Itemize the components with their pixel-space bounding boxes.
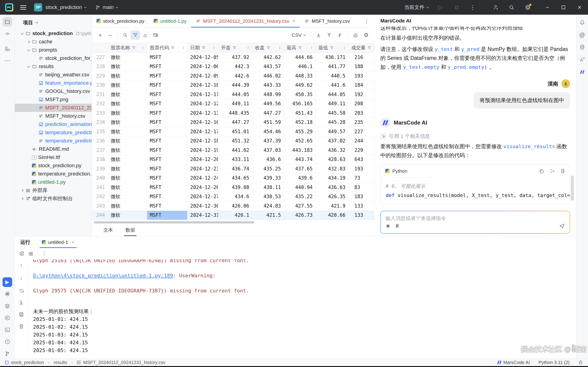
table-cell[interactable]: 436.6 bbox=[252, 155, 284, 164]
table-cell[interactable]: 436.32 bbox=[316, 146, 348, 155]
notifications-bell-icon[interactable] bbox=[578, 18, 587, 27]
table-cell[interactable]: MSFT bbox=[147, 136, 187, 146]
search-icon[interactable] bbox=[508, 3, 516, 11]
table-cell[interactable]: 436.171 bbox=[316, 53, 348, 62]
minimize-icon[interactable]: − bbox=[546, 4, 549, 11]
table-row[interactable]: 242微软MSFT2024-12-27434.6430.53435.22426.… bbox=[92, 192, 374, 202]
structure-icon[interactable] bbox=[2, 44, 12, 53]
chart-view-icon[interactable] bbox=[141, 31, 150, 40]
table-row[interactable]: 234微软MSFT2024-12-16447.27451.59452.18445… bbox=[92, 118, 374, 127]
tree-item[interactable]: MSFT_20240112_2024 bbox=[15, 104, 92, 112]
table-row[interactable]: 236微软MSFT2024-12-18451.32437.39452.65437… bbox=[92, 136, 374, 146]
sort-icon[interactable]: ↕ bbox=[247, 45, 250, 50]
table-cell[interactable]: 448.33 bbox=[284, 71, 316, 81]
table-cell[interactable]: 434.19 bbox=[316, 174, 348, 183]
table-cell[interactable]: 2024-12-17 bbox=[187, 127, 218, 136]
table-cell[interactable]: 444.39 bbox=[218, 81, 252, 90]
table-cell[interactable]: 微软 bbox=[108, 201, 147, 211]
sort-icon[interactable]: ↕ bbox=[213, 45, 216, 50]
column-header[interactable]: 最低↕ bbox=[316, 43, 348, 52]
horizontal-scrollbar[interactable] bbox=[94, 221, 254, 223]
tree-item[interactable]: 外部库 bbox=[15, 186, 92, 194]
table-row[interactable]: 232微软MSFT2024-12-12449.11449.56456.16544… bbox=[92, 99, 374, 109]
close-icon[interactable]: × bbox=[292, 18, 295, 24]
tree-chevron-icon[interactable] bbox=[27, 48, 30, 51]
column-header[interactable]: 开盘↕ bbox=[218, 43, 252, 52]
tree-item[interactable]: stock_predictionD:\python\4 bbox=[15, 29, 92, 38]
settings-icon[interactable]: ⚙ bbox=[524, 3, 532, 11]
tree-chevron-icon[interactable] bbox=[27, 40, 30, 43]
view-tab[interactable]: 数据 bbox=[124, 224, 136, 236]
problems-icon[interactable] bbox=[2, 337, 12, 347]
run-icon[interactable]: ▷ bbox=[436, 3, 445, 11]
table-cell[interactable]: 443.74 bbox=[284, 155, 316, 164]
table-cell[interactable]: 443.183 bbox=[284, 146, 316, 155]
table-cell[interactable]: 2024-12-31 bbox=[187, 211, 218, 220]
endpoints-chart-icon[interactable] bbox=[578, 55, 587, 64]
tree-chevron-icon[interactable] bbox=[21, 189, 24, 192]
table-cell[interactable]: 451.43 bbox=[284, 108, 316, 118]
table-cell[interactable]: 455.29 bbox=[284, 127, 316, 136]
branch-selector[interactable]: main bbox=[95, 3, 118, 11]
table-cell[interactable]: 436.63 bbox=[316, 183, 348, 192]
table-cell[interactable]: 242 bbox=[92, 192, 108, 201]
unlock-icon[interactable] bbox=[578, 360, 583, 365]
quick-command-icon[interactable]: ∗ bbox=[385, 222, 391, 230]
column-header[interactable]: 股票代码↕ bbox=[147, 43, 187, 52]
table-cell[interactable]: 2024-12-12 bbox=[187, 99, 218, 108]
menu-icon[interactable] bbox=[20, 5, 26, 10]
table-cell[interactable]: 434.65 bbox=[218, 174, 252, 183]
table-cell[interactable]: 232 bbox=[92, 99, 108, 108]
tree-item[interactable]: prediction_animation.g bbox=[15, 120, 92, 128]
table-cell[interactable]: 239 bbox=[92, 164, 108, 173]
run-window-icon[interactable]: ▶ bbox=[2, 277, 12, 287]
table-cell[interactable]: 216 bbox=[348, 53, 374, 62]
export-icon[interactable] bbox=[325, 31, 334, 40]
services-icon[interactable] bbox=[2, 301, 12, 311]
table-cell[interactable]: 449.11 bbox=[316, 99, 348, 108]
tree-item[interactable]: GOOGL_history.csv bbox=[15, 87, 92, 95]
table-cell[interactable]: 440.94 bbox=[284, 183, 316, 192]
table-cell[interactable]: 424.83 bbox=[252, 201, 284, 211]
project-panel-header[interactable]: 项目 bbox=[15, 15, 92, 29]
table-cell[interactable]: 2024-12-06 bbox=[187, 62, 218, 71]
table-cell[interactable]: 微软 bbox=[108, 211, 147, 220]
table-cell[interactable]: 439.33 bbox=[252, 174, 284, 183]
table-cell[interactable]: 442.3 bbox=[218, 62, 252, 71]
table-cell[interactable]: 244 bbox=[92, 211, 108, 220]
table-cell[interactable]: 237 bbox=[92, 146, 108, 155]
python-packages-icon[interactable] bbox=[2, 289, 12, 299]
table-cell[interactable]: 236 bbox=[92, 136, 108, 146]
avatar[interactable] bbox=[561, 79, 570, 88]
editor-tab[interactable]: MSFT_20240112_20241231_history.csv× bbox=[191, 15, 300, 27]
tree-item[interactable]: M↓README.md bbox=[15, 145, 92, 153]
table-cell[interactable]: 243 bbox=[92, 201, 108, 211]
table-cell[interactable]: 437.92 bbox=[218, 53, 252, 62]
table-cell[interactable]: 426.35 bbox=[316, 192, 348, 201]
table-cell[interactable]: 426.1 bbox=[218, 211, 252, 220]
table-cell[interactable]: 451.01 bbox=[218, 127, 252, 136]
up-stack-trace-icon[interactable]: ↑ bbox=[20, 262, 23, 269]
preview-icon[interactable]: ◎ bbox=[351, 31, 360, 40]
table-cell[interactable]: 227 bbox=[348, 127, 374, 136]
table-row[interactable]: 233微软MSFT2024-12-13448.435447.27451.4344… bbox=[92, 108, 374, 118]
table-row[interactable]: 237微软MSFT2024-12-19441.62437.03443.18343… bbox=[92, 146, 374, 155]
add-user-icon[interactable] bbox=[492, 3, 500, 11]
table-row[interactable]: 228微软MSFT2024-12-06442.3443.57446.1441.7… bbox=[92, 62, 374, 72]
send-icon[interactable] bbox=[559, 223, 565, 229]
add-row-button[interactable]: + bbox=[95, 31, 105, 40]
table-cell[interactable]: 643 bbox=[348, 155, 374, 164]
table-row[interactable]: 239微软MSFT2024-12-23436.74435.25437.65432… bbox=[92, 164, 374, 174]
tree-chevron-icon[interactable] bbox=[21, 197, 24, 200]
table-cell[interactable]: 188 bbox=[348, 62, 374, 71]
reference-row[interactable]: 引用 1 个相关信息 bbox=[380, 133, 570, 140]
tree-item[interactable]: prompts bbox=[15, 46, 92, 54]
table-cell[interactable]: MSFT bbox=[147, 81, 187, 90]
tabs-more-icon[interactable]: ⋮ bbox=[359, 15, 374, 27]
table-cell[interactable]: 420.66 bbox=[316, 211, 348, 220]
tree-item[interactable]: stock_prediction.py bbox=[15, 161, 92, 170]
table-cell[interactable]: MSFT bbox=[147, 211, 187, 220]
column-header[interactable]: 股票名称↕ bbox=[108, 43, 147, 52]
table-cell[interactable]: 446.02 bbox=[252, 71, 284, 81]
table-cell[interactable]: 133 bbox=[348, 211, 374, 220]
